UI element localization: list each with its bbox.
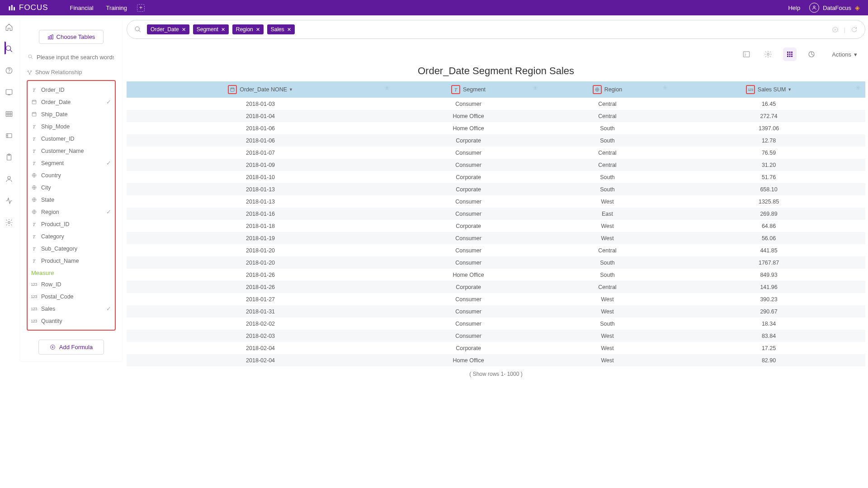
table-row[interactable]: 2018-01-18CorporateWest64.86 (127, 220, 865, 232)
table-cell: 2018-01-31 (127, 305, 394, 317)
field-row[interactable]: TSegment✓ (28, 157, 115, 169)
query-pill[interactable]: Segment✕ (193, 24, 229, 34)
table-row[interactable]: 2018-01-04Home OfficeCentral272.74 (127, 110, 865, 122)
rail-user-icon[interactable] (5, 175, 14, 184)
grid-view-icon[interactable] (783, 47, 797, 61)
table-row[interactable]: 2018-01-27ConsumerWest390.23 (127, 293, 865, 305)
table-row[interactable]: 2018-01-26CorporateCentral141.96 (127, 281, 865, 293)
table-row[interactable]: 2018-01-13CorporateSouth658.10 (127, 183, 865, 195)
rail-activity-icon[interactable] (5, 196, 14, 205)
tab-training[interactable]: Training (106, 5, 127, 11)
table-row[interactable]: 2018-01-03ConsumerCentral16.45 (127, 98, 865, 110)
table-row[interactable]: 2018-01-20ConsumerCentral441.85 (127, 244, 865, 256)
choose-tables-button[interactable]: Choose Tables (39, 30, 104, 44)
add-tab-button[interactable]: + (137, 4, 145, 12)
column-header[interactable]: TSegment (394, 81, 542, 98)
table-row[interactable]: 2018-02-03ConsumerWest83.84 (127, 330, 865, 342)
table-row[interactable]: 2018-01-06Home OfficeSouth1397.06 (127, 122, 865, 134)
rail-table-icon[interactable] (5, 109, 14, 118)
column-header[interactable]: Region (542, 81, 672, 98)
rail-search-icon[interactable] (5, 44, 14, 53)
tab-financial[interactable]: Financial (70, 5, 94, 11)
column-header[interactable]: Order_Date NONE▼ (127, 81, 394, 98)
table-cell: 12.78 (672, 134, 865, 147)
column-gear-icon[interactable] (662, 85, 668, 90)
table-row[interactable]: 2018-01-07ConsumerCentral76.59 (127, 147, 865, 159)
field-row[interactable]: Country (28, 169, 115, 181)
field-row[interactable]: TCategory (28, 230, 115, 242)
table-cell: West (542, 232, 672, 244)
table-row[interactable]: 2018-02-02ConsumerSouth18.34 (127, 317, 865, 330)
add-formula-button[interactable]: Add Formula (38, 340, 104, 355)
field-name: Country (41, 172, 61, 179)
rail-home-icon[interactable] (5, 23, 14, 32)
query-pill[interactable]: Region✕ (232, 24, 264, 34)
measure-row[interactable]: 123Quantity (28, 315, 115, 327)
help-link[interactable]: Help (788, 5, 800, 11)
rail-dashboard-icon[interactable] (5, 88, 14, 97)
table-row[interactable]: 2018-01-16ConsumerEast269.89 (127, 208, 865, 220)
refresh-query-icon[interactable] (851, 26, 858, 33)
rail-clipboard-icon[interactable] (5, 153, 14, 162)
field-row[interactable]: City (28, 181, 115, 194)
field-search-input[interactable] (27, 51, 116, 64)
clear-query-icon[interactable] (832, 26, 839, 33)
svg-point-19 (31, 71, 32, 71)
table-row[interactable]: 2018-02-04Home OfficeWest82.90 (127, 354, 865, 366)
table-row[interactable]: 2018-01-09ConsumerCentral31.20 (127, 159, 865, 171)
rail-settings-icon[interactable] (5, 218, 14, 227)
field-row[interactable]: TShip_Mode (28, 120, 115, 133)
column-gear-icon[interactable] (855, 85, 861, 90)
field-row[interactable]: Ship_Date (28, 108, 115, 120)
field-row[interactable]: State (28, 194, 115, 206)
measure-row[interactable]: 123Row_ID (28, 278, 115, 290)
query-pill[interactable]: Order_Date✕ (147, 24, 189, 34)
query-pill[interactable]: Sales✕ (267, 24, 295, 34)
table-row[interactable]: 2018-01-13ConsumerWest1325.85 (127, 195, 865, 208)
column-header[interactable]: 123Sales SUM▼ (672, 81, 865, 98)
svg-point-28 (135, 27, 139, 31)
svg-rect-2 (14, 7, 15, 11)
pill-remove-icon[interactable]: ✕ (221, 27, 225, 33)
user-menu[interactable]: DataFocus ◈ (809, 3, 860, 13)
sql-view-icon[interactable] (740, 47, 753, 61)
table-row[interactable]: 2018-01-26Home OfficeSouth849.93 (127, 269, 865, 281)
table-cell: Home Office (394, 354, 542, 366)
table-cell: 64.86 (672, 220, 865, 232)
actions-menu[interactable]: Actions ▾ (832, 51, 857, 58)
pill-remove-icon[interactable]: ✕ (182, 27, 186, 33)
table-row[interactable]: 2018-01-10CorporateSouth51.76 (127, 171, 865, 183)
svg-point-46 (665, 87, 666, 89)
field-row[interactable]: Region✓ (28, 206, 115, 218)
table-cell: 2018-02-04 (127, 354, 394, 366)
field-row[interactable]: Order_Date✓ (28, 96, 115, 108)
show-relationship-toggle[interactable]: Show Relationship (27, 69, 116, 76)
field-row[interactable]: TProduct_ID (28, 218, 115, 230)
table-cell: 2018-01-06 (127, 134, 394, 147)
column-gear-icon[interactable] (533, 85, 538, 90)
measure-row[interactable]: 123Postal_Code (28, 290, 115, 303)
rail-help-icon[interactable] (5, 66, 14, 75)
table-cell: 1767.87 (672, 256, 865, 269)
field-row[interactable]: TCustomer_ID (28, 133, 115, 145)
pill-remove-icon[interactable]: ✕ (256, 27, 260, 33)
fields-panel: Choose Tables Show Relationship TOrder_I… (20, 18, 122, 361)
table-cell: Consumer (394, 98, 542, 110)
measure-row[interactable]: 123Sales✓ (28, 303, 115, 315)
query-bar[interactable]: Order_Date✕Segment✕Region✕Sales✕ | (127, 20, 865, 39)
field-row[interactable]: TProduct_Name (28, 255, 115, 267)
table-row[interactable]: 2018-01-31ConsumerWest290.67 (127, 305, 865, 317)
table-row[interactable]: 2018-01-20ConsumerSouth1767.87 (127, 256, 865, 269)
table-row[interactable]: 2018-01-06CorporateSouth12.78 (127, 134, 865, 147)
field-name: Quantity (41, 318, 62, 324)
table-row[interactable]: 2018-02-04CorporateWest17.25 (127, 342, 865, 354)
rail-module-icon[interactable] (5, 131, 14, 140)
chart-view-icon[interactable] (805, 47, 818, 61)
table-row[interactable]: 2018-01-19ConsumerWest56.06 (127, 232, 865, 244)
field-row[interactable]: TSub_Category (28, 242, 115, 255)
pill-remove-icon[interactable]: ✕ (287, 27, 291, 33)
column-gear-icon[interactable] (384, 85, 390, 90)
config-gear-icon[interactable] (761, 47, 775, 61)
field-row[interactable]: TCustomer_Name (28, 145, 115, 157)
field-row[interactable]: TOrder_ID (28, 84, 115, 96)
